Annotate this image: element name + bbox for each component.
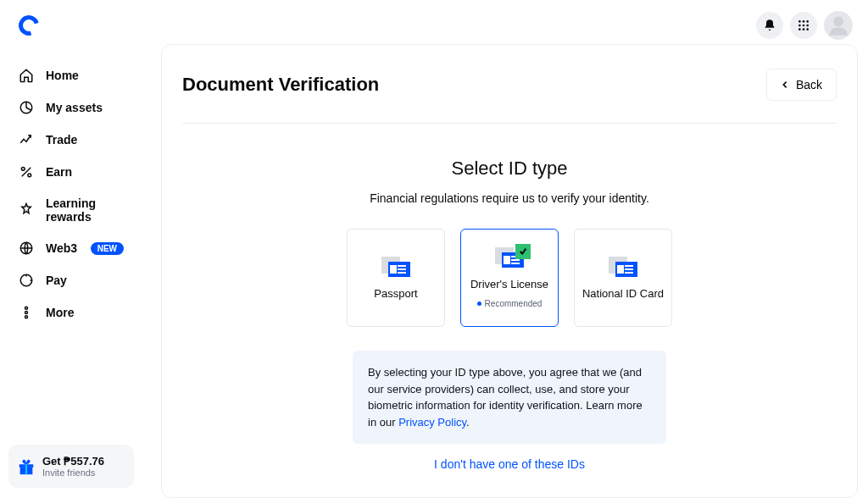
invite-friends-card[interactable]: Get ₱557.76 Invite friends xyxy=(8,445,134,488)
svg-point-12 xyxy=(28,174,31,177)
svg-point-15 xyxy=(25,307,28,309)
chevron-left-icon xyxy=(781,80,789,89)
svg-point-4 xyxy=(803,25,805,27)
sidebar-item-home[interactable]: Home xyxy=(0,59,142,91)
no-id-link[interactable]: I don't have one of these IDs xyxy=(182,457,837,471)
sidebar-item-label: Trade xyxy=(46,133,77,147)
sidebar-item-pay[interactable]: Pay xyxy=(0,264,142,296)
check-icon xyxy=(515,244,531,259)
sidebar-item-label: Home xyxy=(46,69,79,82)
sidebar-item-label: Web3 xyxy=(46,241,77,255)
notice-after: . xyxy=(466,416,470,429)
page-title: Document Verification xyxy=(182,74,379,96)
id-option-label: National ID Card xyxy=(582,287,664,300)
id-option-label: Passport xyxy=(374,287,417,300)
svg-rect-20 xyxy=(25,464,27,474)
main-panel: Document Verification Back Select ID typ… xyxy=(161,44,858,498)
bell-icon xyxy=(763,19,776,32)
trade-icon xyxy=(19,132,34,147)
invite-title: Get ₱557.76 xyxy=(42,455,104,468)
sidebar-item-label: Earn xyxy=(46,165,72,179)
svg-point-11 xyxy=(21,167,25,170)
sidebar-item-label: My assets xyxy=(46,101,103,114)
back-button[interactable]: Back xyxy=(766,69,837,101)
svg-point-17 xyxy=(25,316,28,318)
id-card-icon xyxy=(495,247,524,269)
reward-icon xyxy=(19,202,34,218)
svg-point-2 xyxy=(806,20,809,23)
topbar xyxy=(0,0,868,51)
sidebar-item-trade[interactable]: Trade xyxy=(0,124,142,156)
sidebar-item-more[interactable]: More xyxy=(0,296,142,329)
back-label: Back xyxy=(796,78,822,91)
gift-icon xyxy=(17,457,36,476)
id-card-icon xyxy=(609,257,637,279)
id-card-icon xyxy=(381,257,410,279)
consent-notice: By selecting your ID type above, you agr… xyxy=(353,351,666,444)
svg-point-16 xyxy=(25,312,28,314)
avatar[interactable] xyxy=(824,11,853,40)
user-icon xyxy=(826,14,850,37)
id-option-national-id[interactable]: National ID Card xyxy=(574,229,672,327)
svg-point-3 xyxy=(798,25,801,27)
svg-point-1 xyxy=(803,20,805,23)
svg-point-9 xyxy=(833,17,843,27)
sidebar-item-label: Pay xyxy=(46,274,67,287)
privacy-policy-link[interactable]: Privacy Policy xyxy=(398,416,466,429)
svg-point-8 xyxy=(806,28,809,30)
id-option-drivers-license[interactable]: Driver's License Recommended xyxy=(460,229,559,327)
svg-point-5 xyxy=(806,25,809,27)
sidebar-item-earn[interactable]: Earn xyxy=(0,156,142,188)
sidebar-item-learning[interactable]: Learning rewards xyxy=(0,188,142,232)
home-icon xyxy=(19,68,34,83)
id-option-passport[interactable]: Passport xyxy=(347,229,445,327)
web3-icon xyxy=(19,241,34,256)
sidebar-item-assets[interactable]: My assets xyxy=(0,91,142,124)
grid-icon xyxy=(797,19,810,32)
sidebar-item-web3[interactable]: Web3 NEW xyxy=(0,232,142,264)
sidebar-item-label: More xyxy=(46,306,74,319)
new-badge: NEW xyxy=(91,242,124,255)
invite-subtitle: Invite friends xyxy=(42,468,104,478)
apps-button[interactable] xyxy=(790,12,817,39)
more-icon xyxy=(19,305,34,320)
recommended-badge: Recommended xyxy=(477,299,542,308)
content-subheading: Financial regulations require us to veri… xyxy=(182,191,837,205)
content: Select ID type Financial regulations req… xyxy=(182,124,837,471)
id-cards: Passport Driver's License Recommended Na… xyxy=(182,229,837,327)
svg-point-7 xyxy=(803,28,805,30)
id-option-label: Driver's License xyxy=(470,278,548,290)
svg-point-6 xyxy=(798,28,801,30)
pay-icon xyxy=(19,273,34,288)
percent-icon xyxy=(19,164,34,180)
svg-point-0 xyxy=(798,20,801,23)
page-header: Document Verification Back xyxy=(182,69,837,124)
notifications-button[interactable] xyxy=(756,12,783,39)
pie-icon xyxy=(19,100,34,115)
sidebar-item-label: Learning rewards xyxy=(46,196,124,224)
content-heading: Select ID type xyxy=(182,158,837,180)
sidebar: Home My assets Trade Earn Learning rewar… xyxy=(0,51,142,498)
